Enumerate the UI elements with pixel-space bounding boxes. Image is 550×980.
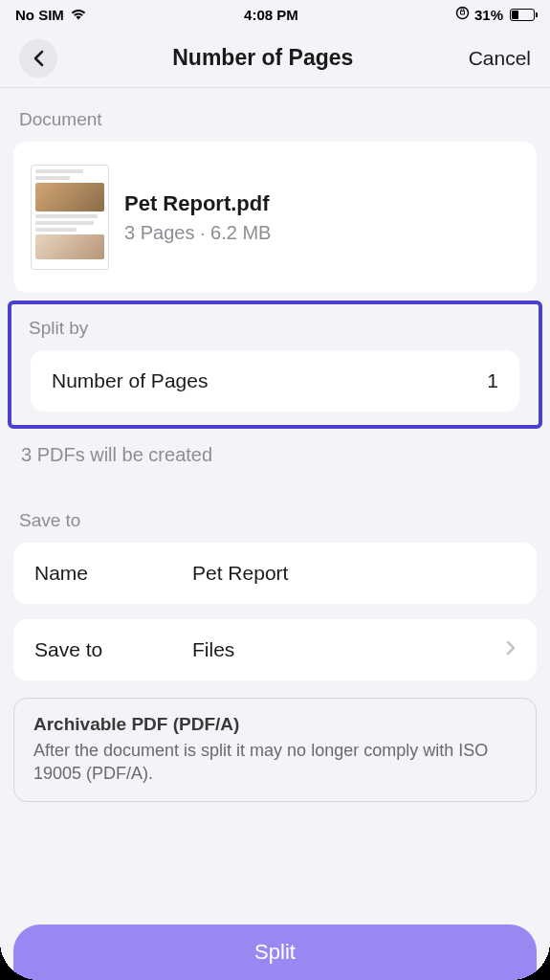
section-label-document: Document xyxy=(0,88,550,142)
wifi-icon xyxy=(70,7,87,23)
info-body: After the document is split it may no lo… xyxy=(33,739,517,786)
saveto-row[interactable]: Save to Files xyxy=(13,619,537,680)
device-corner xyxy=(512,942,550,980)
name-row[interactable]: Name Pet Report xyxy=(13,543,537,604)
split-row[interactable]: Number of Pages 1 xyxy=(31,350,519,412)
battery-icon xyxy=(510,9,535,21)
cancel-button[interactable]: Cancel xyxy=(469,47,531,70)
section-label-split: Split by xyxy=(17,304,533,350)
document-card: Pet Report.pdf 3 Pages · 6.2 MB xyxy=(13,142,537,293)
saveto-value: Files xyxy=(192,638,506,661)
nav-bar: Number of Pages Cancel xyxy=(0,29,550,88)
orientation-lock-icon xyxy=(455,6,470,23)
document-meta: 3 Pages · 6.2 MB xyxy=(124,222,271,244)
name-value: Pet Report xyxy=(192,562,516,585)
name-label: Name xyxy=(34,562,192,585)
status-bar: No SIM 4:08 PM 31% xyxy=(0,0,550,29)
highlight-box: Split by Number of Pages 1 xyxy=(8,301,542,429)
info-title: Archivable PDF (PDF/A) xyxy=(33,714,517,735)
page-title: Number of Pages xyxy=(172,45,353,71)
carrier-text: No SIM xyxy=(15,7,64,23)
battery-pct: 31% xyxy=(474,7,503,23)
saveto-label: Save to xyxy=(34,638,192,661)
chevron-left-icon xyxy=(33,50,44,67)
split-result-text: 3 PDFs will be created xyxy=(0,429,550,481)
info-card: Archivable PDF (PDF/A) After the documen… xyxy=(13,698,537,802)
document-thumbnail xyxy=(31,165,109,270)
split-value: 1 xyxy=(487,369,498,392)
split-label: Number of Pages xyxy=(52,369,208,392)
status-time: 4:08 PM xyxy=(244,7,298,23)
section-label-save: Save to xyxy=(0,481,550,543)
document-name: Pet Report.pdf xyxy=(124,191,271,216)
split-button[interactable]: Split xyxy=(13,924,537,980)
chevron-right-icon xyxy=(506,640,516,659)
back-button[interactable] xyxy=(19,39,57,78)
